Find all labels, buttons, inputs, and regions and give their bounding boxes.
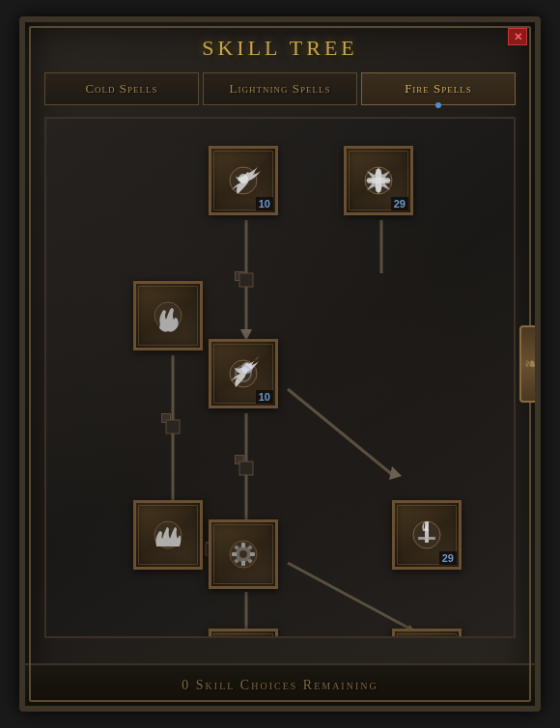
svg-rect-34 [232,552,237,556]
connector-sq-3 [161,413,171,423]
svg-point-24 [236,366,251,381]
tab-fire-spells[interactable]: Fire Spells [361,72,516,105]
svg-line-9 [288,389,394,476]
skill-hydra[interactable] [209,519,278,589]
svg-rect-33 [241,561,245,566]
svg-point-23 [241,362,253,374]
skill-meteor[interactable]: 10 [209,339,278,408]
svg-rect-36 [234,545,239,550]
svg-point-17 [238,174,248,183]
skill-blaze[interactable]: 29 [209,629,278,638]
svg-point-30 [236,546,251,562]
tab-active-indicator [435,102,441,108]
svg-point-25 [154,521,182,548]
svg-rect-32 [241,543,245,547]
skill-area: 10 29 [44,117,516,638]
svg-point-18 [365,167,392,194]
tab-lightning-spells[interactable]: Lightning Spells [203,72,357,105]
skill-firebolt[interactable]: 29 [344,146,413,215]
svg-rect-20 [367,178,390,183]
connector-sq-1 [235,271,244,281]
skill-fireball[interactable]: 10 [209,146,278,215]
svg-rect-39 [247,558,253,564]
skill-firewall[interactable] [133,500,203,570]
skill-dragon[interactable] [392,629,462,638]
title-bar: Skill Tree [25,22,535,69]
svg-rect-35 [250,552,255,556]
svg-point-22 [230,360,257,387]
skill-firemastery[interactable]: 29 [392,500,462,570]
svg-rect-37 [247,545,253,550]
svg-line-13 [288,563,413,630]
svg-point-26 [413,521,440,548]
bottom-bar: 0 Skill Choices Remaining [25,663,535,706]
svg-rect-28 [418,537,435,540]
connector-sq-2 [235,455,244,464]
svg-point-16 [230,167,257,194]
skill-fireball-level: 10 [256,197,273,210]
svg-point-31 [239,550,247,558]
svg-rect-19 [376,169,381,192]
window-title: Skill Tree [202,36,358,60]
svg-point-29 [230,541,257,568]
tab-cold-spells[interactable]: Cold Spells [44,72,199,105]
skill-firemastery-level: 29 [439,551,457,565]
skill-meteor-level: 10 [256,390,273,404]
skill-firebolt-level: 29 [391,197,408,210]
svg-rect-27 [425,521,429,543]
svg-marker-10 [389,466,402,480]
tab-bar: Cold Spells Lightning Spells Fire Spells [44,72,516,105]
scroll-decoration: ❧ [519,325,541,403]
close-button[interactable]: ✕ [508,28,527,45]
skill-choices-remaining: 0 Skill Choices Remaining [182,678,378,693]
skill-warmth[interactable] [133,281,203,350]
svg-point-21 [154,302,182,329]
svg-rect-38 [234,558,239,564]
skill-tree-window: ✕ Skill Tree Cold Spells Lightning Spell… [19,16,541,712]
